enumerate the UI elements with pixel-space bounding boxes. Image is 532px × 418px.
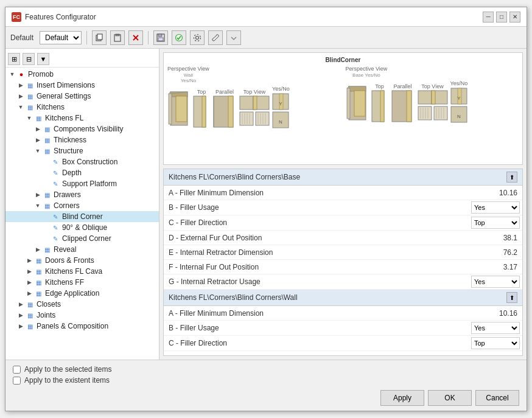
base-label-c: C - Filler Direction — [164, 217, 469, 229]
tree-item-kitchens-ff[interactable]: ▶ ▦ Kitchens FF — [5, 277, 159, 288]
check-button[interactable] — [172, 30, 186, 45]
cabinet-persp-2 — [346, 83, 369, 123]
apply-existent-checkbox[interactable] — [13, 377, 21, 385]
base-row-f: F - Internal Fur Out Position 3.17 — [164, 260, 522, 274]
tree-item-general[interactable]: ▶ ▦ General Settings — [5, 91, 159, 102]
tree-item-thickness[interactable]: ▶ ▦ Thickness — [5, 134, 159, 145]
preset-dropdown[interactable]: Default — [40, 31, 82, 44]
tree-item-depth[interactable]: ▶ ✎ Depth — [5, 167, 159, 178]
base-section-header[interactable]: Kitchens FL\Corners\Blind Corners\Base ⬆ — [164, 169, 522, 186]
preset-label: Default — [10, 33, 33, 42]
joints-icon: ▦ — [25, 310, 35, 320]
checkbox-row-1: Apply to the selected items — [13, 365, 519, 374]
apply-selected-checkbox[interactable] — [13, 366, 21, 374]
footer-buttons: Apply OK Cancel — [13, 388, 519, 406]
apply-selected-label: Apply to the selected items — [24, 365, 111, 374]
base-label-a: A - Filler Minimum Dimension — [164, 187, 474, 199]
toggle-kitchens-fl: ▼ — [25, 114, 33, 122]
minimize-button[interactable]: ─ — [483, 12, 494, 23]
tree-item-joints[interactable]: ▶ ▦ Joints — [5, 310, 159, 321]
tree-label-drawers: Drawers — [54, 190, 81, 199]
wrench-button[interactable] — [208, 30, 223, 45]
wall-section-header[interactable]: Kitchens FL\Corners\Blind Corners\Wall ⬆ — [164, 290, 522, 306]
toggle-thickness: ▶ — [33, 136, 42, 144]
base-select-c[interactable]: TopBottomBoth — [471, 217, 520, 229]
tree-label-kitchens: Kitchens — [37, 103, 65, 111]
closets-icon: ▦ — [25, 299, 35, 309]
tree-item-reveal[interactable]: ▶ ▦ Reveal — [5, 244, 159, 255]
copy-button[interactable] — [92, 30, 107, 45]
tree-label-insert-dim: Insert Dimensions — [37, 81, 95, 89]
svg-rect-21 — [228, 96, 233, 127]
tree-item-promob[interactable]: ▼ ● Promob — [5, 69, 159, 80]
svg-rect-43 — [347, 88, 350, 119]
delete-button[interactable] — [128, 30, 143, 45]
save-button[interactable] — [153, 30, 168, 45]
tree-item-panels-composition[interactable]: ▶ ▦ Panels & Composition — [5, 321, 159, 332]
base-value-e: 76.2 — [474, 246, 522, 259]
svg-rect-15 — [176, 96, 187, 122]
toggle-cava: ▶ — [25, 267, 33, 276]
yesno-diagram-3: Y — [450, 88, 467, 105]
tree-item-kitchens-fl[interactable]: ▼ ▦ Kitchens FL — [5, 113, 159, 124]
tree-item-insert-dim[interactable]: ▶ ▦ Insert Dimensions — [5, 80, 159, 91]
sidebar: ⊞ ⊟ ▼ ▼ ● Promob ▶ ▦ Insert Dimensions ▶… — [5, 49, 159, 360]
svg-rect-23 — [240, 96, 253, 110]
base-row-e: E - Internal Retractor Dimension 76.2 — [164, 245, 522, 260]
clipped-corner-icon: ✎ — [51, 234, 60, 243]
base-value-a: 10.16 — [474, 187, 522, 199]
base-select-g[interactable]: YesNo — [471, 276, 520, 288]
tree-item-kitchens-fl-cava[interactable]: ▶ ▦ Kitchens FL Cava — [5, 266, 159, 277]
tree-item-blind-corner[interactable]: ▶ ✎ Blind Corner — [5, 211, 159, 222]
tree-label-doors-fronts: Doors & Fronts — [45, 256, 94, 265]
tree-item-90-oblique[interactable]: ▶ ✎ 90° & Oblique — [5, 222, 159, 233]
apply-button[interactable]: Apply — [380, 390, 424, 406]
tree-item-drawers[interactable]: ▶ ▦ Drawers — [5, 189, 159, 200]
close-button[interactable]: ✕ — [509, 12, 520, 23]
tree-item-structure[interactable]: ▼ ▦ Structure — [5, 145, 159, 156]
cancel-button[interactable]: Cancel — [475, 390, 519, 406]
thickness-icon: ▦ — [42, 135, 52, 145]
toggle-corners: ▼ — [33, 201, 42, 210]
ok-button[interactable]: OK — [428, 390, 472, 406]
tree-item-box-const[interactable]: ▶ ✎ Box Construction — [5, 156, 159, 167]
extra-button[interactable] — [226, 30, 241, 45]
yesno-diagram-2: N — [272, 111, 289, 128]
tree-item-doors-fronts[interactable]: ▶ ▦ Doors & Fronts — [5, 255, 159, 266]
preview-title: BlindCorner — [167, 57, 519, 63]
wall-section-collapse[interactable]: ⬆ — [506, 292, 517, 303]
tree-item-edge-application[interactable]: ▶ ▦ Edge Application — [5, 288, 159, 299]
wall-row-c: C - Filler Direction TopBottomBoth — [164, 336, 522, 351]
tree-label-panels-composition: Panels & Composition — [37, 322, 108, 330]
tree-item-comp-vis[interactable]: ▶ ▦ Components Visibility — [5, 124, 159, 134]
settings-button[interactable] — [190, 30, 205, 45]
maximize-button[interactable]: □ — [496, 12, 507, 23]
svg-rect-8 — [158, 38, 163, 41]
base-section-collapse[interactable]: ⬆ — [506, 172, 517, 183]
wall-select-c[interactable]: TopBottomBoth — [471, 337, 520, 349]
cabinet-top-1 — [192, 95, 211, 128]
base-row-c: C - Filler Direction TopBottomBoth — [164, 215, 522, 231]
sidebar-toolbar: ⊞ ⊟ ▼ — [5, 51, 159, 68]
wall-label-c: C - Filler Direction — [164, 337, 469, 349]
tree-label-comp-vis: Components Visibility — [54, 125, 124, 133]
tree-item-closets[interactable]: ▶ ▦ Closets — [5, 299, 159, 310]
toggle-joints: ▶ — [16, 311, 25, 319]
tree-item-support-plat[interactable]: ▶ ✎ Support Platform — [5, 178, 159, 189]
sidebar-scroll-button[interactable]: ▼ — [37, 53, 49, 65]
expand-all-button[interactable]: ⊞ — [8, 53, 20, 65]
tree-label-joints: Joints — [37, 311, 55, 319]
collapse-all-button[interactable]: ⊟ — [23, 53, 35, 65]
tree-item-kitchens[interactable]: ▼ ▦ Kitchens — [5, 102, 159, 113]
wall-select-b[interactable]: YesNo — [471, 322, 520, 334]
svg-rect-50 — [418, 91, 432, 104]
paste-button[interactable] — [110, 30, 125, 45]
window-controls: ─ □ ✕ — [483, 12, 520, 23]
base-select-b[interactable]: YesNo — [471, 201, 520, 214]
svg-rect-44 — [354, 91, 365, 116]
cabinet-persp-1 — [167, 89, 191, 128]
tree-item-clipped-corner[interactable]: ▶ ✎ Clipped Corner — [5, 233, 159, 244]
toggle-structure: ▼ — [33, 147, 42, 155]
tree-item-corners[interactable]: ▼ ▦ Corners — [5, 200, 159, 211]
toggle-doors: ▶ — [25, 256, 33, 265]
